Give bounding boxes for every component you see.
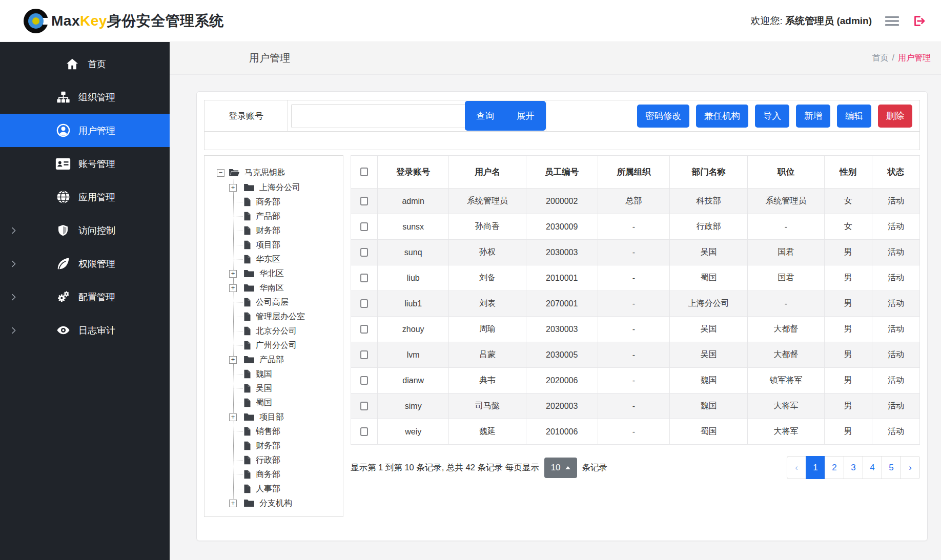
table-row[interactable]: liub刘备2010001-蜀国国君男活动 xyxy=(351,265,920,291)
action-button-密码修改[interactable]: 密码修改 xyxy=(637,105,689,128)
expand-toggle-icon[interactable]: + xyxy=(229,184,237,192)
expand-toggle-icon[interactable]: + xyxy=(229,413,237,421)
row-checkbox[interactable] xyxy=(360,350,368,359)
logout-icon[interactable] xyxy=(912,15,926,27)
sidebar-item-user[interactable]: 用户管理 xyxy=(0,114,170,147)
tree-node-label: 项目部 xyxy=(259,412,284,423)
table-row[interactable]: admin系统管理员2000002总部科技部系统管理员女活动 xyxy=(351,189,920,214)
query-button[interactable]: 查询 xyxy=(465,101,505,131)
sidebar-item-audit[interactable]: 日志审计 xyxy=(0,314,170,347)
search-input[interactable] xyxy=(291,104,465,128)
folder-icon xyxy=(243,355,255,364)
tree-node[interactable]: +项目部 xyxy=(207,410,341,424)
eye-icon xyxy=(54,324,72,337)
pagination-info-after: 条记录 xyxy=(582,462,608,473)
tree-node[interactable]: 人事部 xyxy=(207,482,341,496)
shield-icon xyxy=(54,223,72,237)
expand-toggle-icon[interactable]: + xyxy=(229,356,237,364)
tree-node[interactable]: 魏国 xyxy=(207,367,341,381)
table-row[interactable]: sunsx孙尚香2030009-行政部-女活动 xyxy=(351,214,920,240)
expand-toggle-icon[interactable]: + xyxy=(229,270,237,278)
expand-toggle-icon[interactable]: + xyxy=(229,284,237,292)
tree-node-label: 销售部 xyxy=(256,426,280,437)
action-button-删除[interactable]: 删除 xyxy=(878,105,912,128)
table-cell: sunq xyxy=(378,240,449,265)
tree-node[interactable]: 商务部 xyxy=(207,467,341,482)
row-checkbox[interactable] xyxy=(360,299,368,308)
action-button-新增[interactable]: 新增 xyxy=(796,105,830,128)
sidebar-item-access[interactable]: 访问控制 xyxy=(0,214,170,247)
current-user: 系统管理员 (admin) xyxy=(785,15,872,26)
row-checkbox[interactable] xyxy=(360,222,368,231)
table-cell: 蜀国 xyxy=(670,265,748,291)
sidebar-item-label: 日志审计 xyxy=(78,324,115,337)
row-checkbox[interactable] xyxy=(360,248,368,257)
table-row[interactable]: liub1刘表2070001-上海分公司-男活动 xyxy=(351,291,920,317)
sidebar-item-account[interactable]: 账号管理 xyxy=(0,147,170,180)
row-checkbox[interactable] xyxy=(360,402,368,410)
table-row[interactable]: dianw典韦2020006-魏国镇军将军男活动 xyxy=(351,368,920,393)
row-checkbox[interactable] xyxy=(360,427,368,436)
tree-node[interactable]: 行政部 xyxy=(207,453,341,467)
tree-node[interactable]: 管理层办公室 xyxy=(207,309,341,324)
table-row[interactable]: zhouy周瑜2030003-吴国大都督男活动 xyxy=(351,317,920,342)
tree-node[interactable]: 销售部 xyxy=(207,424,341,439)
sidebar-item-config[interactable]: 配置管理 xyxy=(0,280,170,314)
tree-node[interactable]: +华南区 xyxy=(207,281,341,295)
page-button-5[interactable]: 5 xyxy=(882,456,901,479)
sidebar-item-label: 权限管理 xyxy=(78,258,115,270)
page-button-2[interactable]: 2 xyxy=(825,456,844,479)
page-size-dropdown[interactable]: 10 xyxy=(544,458,577,478)
tree-node[interactable]: +华北区 xyxy=(207,266,341,281)
maxkey-logo-icon xyxy=(24,9,48,33)
tree-node[interactable]: +分支机构 xyxy=(207,496,341,510)
tree-node[interactable]: 财务部 xyxy=(207,439,341,453)
action-button-导入[interactable]: 导入 xyxy=(755,105,789,128)
row-checkbox[interactable] xyxy=(360,274,368,282)
next-page-button[interactable]: › xyxy=(901,456,920,479)
tree-node[interactable]: 北京分公司 xyxy=(207,324,341,338)
page-button-3[interactable]: 3 xyxy=(844,456,863,479)
action-button-兼任机构[interactable]: 兼任机构 xyxy=(696,105,748,128)
page-button-4[interactable]: 4 xyxy=(863,456,882,479)
row-checkbox[interactable] xyxy=(360,197,368,205)
sidebar-item-perm[interactable]: 权限管理 xyxy=(0,247,170,280)
tree-node[interactable]: 项目部 xyxy=(207,238,341,252)
tree-node[interactable]: 吴国 xyxy=(207,381,341,396)
user-circle-icon xyxy=(54,123,72,138)
tree-node[interactable]: +上海分公司 xyxy=(207,180,341,195)
collapse-toggle-icon[interactable]: − xyxy=(217,169,224,177)
tree-root-node[interactable]: −马克思钥匙 xyxy=(207,165,341,180)
tree-node[interactable]: 产品部 xyxy=(207,209,341,223)
expand-button[interactable]: 展开 xyxy=(505,101,546,131)
table-row[interactable]: sunq孙权2030003-吴国国君男活动 xyxy=(351,240,920,265)
table-cell: 活动 xyxy=(872,265,919,291)
table-cell: - xyxy=(748,214,824,240)
tree-node[interactable]: 财务部 xyxy=(207,223,341,238)
breadcrumb-home[interactable]: 首页 xyxy=(872,53,889,62)
row-checkbox[interactable] xyxy=(360,325,368,334)
action-button-编辑[interactable]: 编辑 xyxy=(837,105,871,128)
tree-node[interactable]: +产品部 xyxy=(207,352,341,367)
prev-page-button[interactable]: ‹ xyxy=(787,456,806,479)
breadcrumb-current[interactable]: 用户管理 xyxy=(898,53,931,62)
table-row[interactable]: simy司马懿2020003-魏国大将军男活动 xyxy=(351,393,920,419)
file-icon xyxy=(243,240,251,250)
tree-node[interactable]: 广州分公司 xyxy=(207,338,341,352)
sidebar-item-home[interactable]: 首页 xyxy=(0,47,170,80)
table-row[interactable]: weiy魏延2010006-蜀国大将军男活动 xyxy=(351,419,920,445)
tree-node[interactable]: 公司高层 xyxy=(207,295,341,309)
table-row[interactable]: lvm吕蒙2030005-吴国大都督男活动 xyxy=(351,342,920,368)
expand-toggle-icon[interactable]: + xyxy=(229,500,237,507)
menu-toggle-icon[interactable] xyxy=(885,16,899,26)
select-all-checkbox[interactable] xyxy=(360,168,368,176)
page-button-1[interactable]: 1 xyxy=(806,456,825,479)
sidebar-item-org[interactable]: 组织管理 xyxy=(0,80,170,114)
chevron-right-icon xyxy=(9,326,18,335)
row-checkbox[interactable] xyxy=(360,376,368,385)
tree-node[interactable]: 华东区 xyxy=(207,252,341,266)
table-cell: 魏国 xyxy=(670,393,748,419)
sidebar-item-app[interactable]: 应用管理 xyxy=(0,180,170,214)
tree-node[interactable]: 商务部 xyxy=(207,195,341,209)
tree-node[interactable]: 蜀国 xyxy=(207,396,341,410)
